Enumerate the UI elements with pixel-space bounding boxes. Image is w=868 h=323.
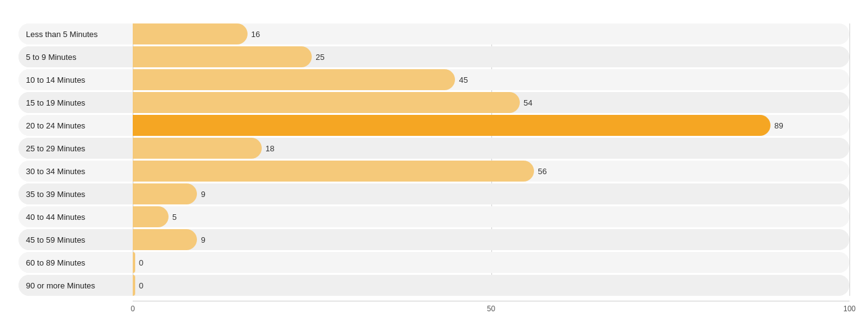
bar-track: 9 (133, 229, 849, 250)
axis-tick-label: 0 (131, 304, 135, 313)
bar-row: 30 to 34 Minutes56 (19, 161, 849, 182)
bar-value: 9 (201, 235, 205, 245)
bar-label: 20 to 24 Minutes (19, 115, 133, 136)
bar-fill: 9 (133, 229, 197, 250)
bar-row: Less than 5 Minutes16 (19, 23, 849, 44)
bar-label: 60 to 89 Minutes (19, 252, 133, 273)
axis-labels: 050100 (133, 301, 849, 316)
bar-label: 40 to 44 Minutes (19, 206, 133, 227)
axis-tick-label: 50 (487, 304, 495, 313)
bar-value: 0 (139, 258, 143, 267)
bar-row: 25 to 29 Minutes18 (19, 138, 849, 159)
bar-fill: 18 (133, 138, 262, 159)
bar-value: 5 (172, 212, 177, 222)
bar-value: 0 (139, 281, 143, 290)
bar-fill: 0 (133, 275, 135, 296)
bar-value: 54 (524, 98, 532, 107)
bar-label: 35 to 39 Minutes (19, 183, 133, 204)
bar-row: 10 to 14 Minutes45 (19, 69, 849, 90)
bar-value: 25 (315, 52, 324, 62)
bar-value: 89 (774, 121, 783, 130)
bar-track: 89 (133, 115, 849, 136)
bar-value: 9 (201, 190, 205, 199)
bar-track: 16 (133, 23, 849, 44)
bar-row: 35 to 39 Minutes9 (19, 183, 849, 204)
bar-row: 40 to 44 Minutes5 (19, 206, 849, 227)
axis-area: 050100 (133, 301, 849, 316)
bar-row: 5 to 9 Minutes25 (19, 46, 849, 67)
bar-value: 56 (538, 167, 546, 176)
bar-fill: 16 (133, 23, 248, 44)
bar-track: 56 (133, 161, 849, 182)
bar-fill: 0 (133, 252, 135, 273)
bar-value: 45 (459, 75, 467, 85)
bar-label: Less than 5 Minutes (19, 23, 133, 44)
bar-row: 20 to 24 Minutes89 (19, 115, 849, 136)
bar-fill: 54 (133, 92, 520, 113)
bar-row: 90 or more Minutes0 (19, 275, 849, 296)
bar-label: 10 to 14 Minutes (19, 69, 133, 90)
bar-row: 60 to 89 Minutes0 (19, 252, 849, 273)
bar-label: 30 to 34 Minutes (19, 161, 133, 182)
bar-row: 15 to 19 Minutes54 (19, 92, 849, 113)
axis-tick-label: 100 (843, 304, 856, 313)
bar-fill: 25 (133, 46, 312, 67)
bar-label: 15 to 19 Minutes (19, 92, 133, 113)
vertical-grid-line (849, 23, 850, 296)
bar-track: 9 (133, 183, 849, 204)
bar-track: 18 (133, 138, 849, 159)
bar-fill: 89 (133, 115, 770, 136)
bar-label: 90 or more Minutes (19, 275, 133, 296)
bar-label: 25 to 29 Minutes (19, 138, 133, 159)
bars-wrapper: Less than 5 Minutes165 to 9 Minutes2510 … (19, 23, 849, 296)
bar-fill: 45 (133, 69, 455, 90)
bar-track: 45 (133, 69, 849, 90)
bar-value: 16 (251, 30, 260, 39)
bar-fill: 5 (133, 206, 169, 227)
bar-fill: 56 (133, 161, 534, 182)
chart-area: Less than 5 Minutes165 to 9 Minutes2510 … (19, 23, 849, 316)
bar-value: 18 (265, 144, 274, 153)
bar-track: 0 (133, 275, 849, 296)
bar-fill: 9 (133, 183, 197, 204)
bar-track: 5 (133, 206, 849, 227)
bar-label: 5 to 9 Minutes (19, 46, 133, 67)
bar-track: 54 (133, 92, 849, 113)
bar-row: 45 to 59 Minutes9 (19, 229, 849, 250)
bar-label: 45 to 59 Minutes (19, 229, 133, 250)
bar-track: 0 (133, 252, 849, 273)
bar-track: 25 (133, 46, 849, 67)
